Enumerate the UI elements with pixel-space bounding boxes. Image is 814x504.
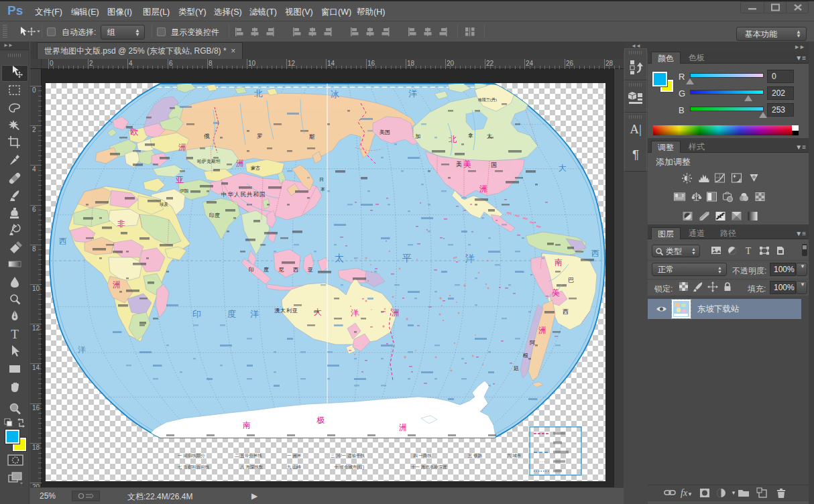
svg-text:大: 大 — [105, 115, 113, 124]
svg-text:拿: 拿 — [468, 133, 473, 139]
svg-text:三 河/一 运输干线: 三 河/一 运输干线 — [331, 453, 365, 458]
svg-text:加: 加 — [415, 133, 420, 139]
svg-text:非: 非 — [117, 219, 125, 229]
svg-text:格陵兰(丹): 格陵兰(丹) — [477, 97, 497, 103]
svg-text:洲: 洲 — [538, 326, 546, 335]
svg-text:本: 本 — [321, 187, 325, 192]
svg-text:南: 南 — [555, 257, 563, 267]
svg-text:国: 国 — [491, 162, 497, 168]
svg-text:太: 太 — [335, 253, 344, 263]
svg-text:T: T — [746, 246, 752, 256]
svg-text:六 城市: 六 城市 — [507, 453, 522, 458]
svg-text:洋: 洋 — [250, 309, 259, 319]
svg-text:美: 美 — [463, 160, 471, 169]
svg-text:美国: 美国 — [380, 129, 390, 135]
svg-text:印度: 印度 — [209, 212, 220, 218]
svg-text:八 海深线数: 八 海深线数 — [240, 464, 264, 470]
svg-text:澳大利亚: 澳大利亚 — [274, 308, 298, 314]
svg-text:大: 大 — [487, 133, 492, 139]
svg-text:洋: 洋 — [351, 308, 359, 318]
svg-text:俄: 俄 — [204, 133, 210, 139]
svg-text:廷: 廷 — [514, 365, 519, 371]
svg-text:大: 大 — [559, 164, 567, 173]
svg-text:平: 平 — [402, 253, 412, 263]
svg-text:哈萨克斯坦: 哈萨克斯坦 — [197, 159, 221, 164]
svg-text:美: 美 — [456, 161, 462, 168]
svg-text:巴: 巴 — [568, 277, 574, 284]
svg-text:美: 美 — [552, 288, 560, 298]
svg-text:亚: 亚 — [176, 175, 184, 184]
svg-text:极: 极 — [316, 416, 325, 425]
svg-text:七 首都和首府线: 七 首都和首府线 — [177, 464, 210, 470]
svg-text:尼: 尼 — [278, 267, 284, 273]
svg-text:洲: 洲 — [479, 184, 487, 194]
svg-text:洋: 洋 — [465, 253, 475, 263]
svg-text:四 一商线: 四 一商线 — [413, 453, 432, 458]
svg-text:一 洲界: 一 洲界 — [287, 453, 302, 458]
svg-text:亚: 亚 — [307, 267, 313, 273]
svg-text:洲: 洲 — [113, 280, 121, 290]
svg-text:南: 南 — [243, 420, 251, 430]
svg-text:欧: 欧 — [130, 127, 138, 137]
svg-text:度: 度 — [264, 267, 269, 273]
svg-text:西: 西 — [591, 249, 599, 258]
svg-text:日: 日 — [319, 177, 324, 182]
svg-text:冰: 冰 — [331, 89, 339, 99]
svg-text:洋: 洋 — [408, 88, 417, 99]
svg-text:五 铁路: 五 铁路 — [468, 453, 483, 458]
svg-text:洲: 洲 — [178, 143, 186, 152]
svg-text:九 山峰: 九 山峰 — [287, 464, 302, 469]
svg-text:洲: 洲 — [236, 159, 244, 168]
svg-text:斯: 斯 — [309, 133, 315, 140]
svg-text:十 省会城市(红): 十 省会城市(红) — [334, 464, 364, 470]
svg-text:北: 北 — [449, 135, 457, 144]
svg-text:阿: 阿 — [530, 340, 535, 346]
svg-text:西: 西 — [563, 308, 569, 315]
svg-text:罗: 罗 — [257, 133, 263, 139]
svg-text:印: 印 — [192, 309, 201, 319]
svg-text:度: 度 — [227, 309, 236, 319]
svg-text:洲: 洲 — [399, 423, 407, 432]
svg-text:根: 根 — [522, 353, 528, 359]
svg-text:T: T — [11, 327, 19, 341]
svg-text:埃及: 埃及 — [159, 202, 169, 206]
svg-text:蒙古: 蒙古 — [251, 166, 260, 171]
svg-text:一 回归线部分: 一 回归线部分 — [178, 453, 205, 458]
svg-text:洋: 洋 — [78, 345, 86, 355]
svg-text:洲: 洲 — [392, 308, 400, 318]
svg-text:伊朗: 伊朗 — [180, 188, 188, 194]
svg-text:西: 西 — [59, 237, 67, 246]
svg-text:印: 印 — [249, 267, 254, 273]
svg-text:二 五带分界线: 二 五带分界线 — [235, 453, 262, 458]
svg-text:北: 北 — [254, 88, 263, 99]
svg-text:十一 海底名称深度: 十一 海底名称深度 — [411, 464, 447, 470]
svg-text:西: 西 — [293, 267, 298, 273]
